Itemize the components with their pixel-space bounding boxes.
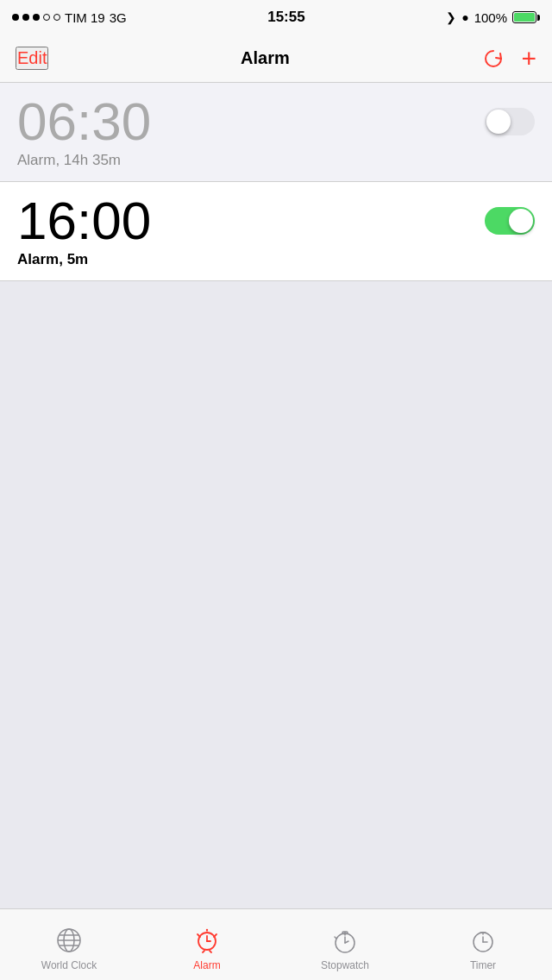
alarm-toggle-2[interactable]: [485, 207, 535, 235]
empty-content-area: [0, 281, 552, 922]
alarm-item-2[interactable]: 16:00 Alarm, 5m: [0, 182, 552, 281]
svg-line-10: [203, 951, 204, 952]
alarm-toggle-1[interactable]: [485, 108, 535, 135]
alarm-label-1: Alarm, 14h 35m: [17, 152, 535, 169]
alarm-list: 06:30 Alarm, 14h 35m 16:00 Alarm, 5m: [0, 83, 552, 281]
tab-alarm-label: Alarm: [193, 959, 220, 971]
signal-dot-4: [43, 14, 50, 21]
page-title: Alarm: [241, 48, 290, 68]
toggle-knob-2: [509, 209, 533, 233]
status-right: ❯ ● 100%: [446, 10, 540, 25]
status-left: TIM 19 3G: [12, 10, 127, 25]
alarm-row-2: 16:00: [17, 194, 535, 248]
signal-dot-3: [33, 14, 40, 21]
tab-world-clock[interactable]: World Clock: [0, 918, 138, 971]
world-clock-icon: [53, 925, 85, 956]
toggle-knob-1: [486, 110, 511, 134]
alarm-item-1[interactable]: 06:30 Alarm, 14h 35m: [0, 83, 552, 182]
tab-alarm[interactable]: Alarm: [138, 918, 276, 971]
refresh-button[interactable]: [481, 47, 505, 71]
svg-line-18: [335, 937, 336, 939]
alarm-label-2: Alarm, 5m: [17, 251, 535, 268]
alarm-status-icon: ●: [461, 10, 468, 24]
tab-world-clock-label: World Clock: [41, 959, 97, 971]
svg-line-9: [214, 934, 216, 937]
alarm-row-1: 06:30: [17, 95, 535, 148]
signal-dot-1: [12, 14, 19, 21]
stopwatch-icon: [329, 925, 361, 956]
svg-line-8: [198, 934, 200, 937]
timer-icon: [467, 925, 499, 956]
tab-stopwatch[interactable]: Stopwatch: [276, 918, 414, 971]
network-text: 3G: [110, 10, 127, 25]
alarm-tab-icon: [191, 925, 223, 956]
status-bar: TIM 19 3G 15:55 ❯ ● 100%: [0, 0, 552, 35]
tab-stopwatch-label: Stopwatch: [321, 959, 369, 971]
svg-line-11: [210, 951, 211, 952]
battery-percent: 100%: [474, 10, 507, 25]
signal-dots: [12, 14, 60, 21]
svg-point-12: [206, 929, 208, 931]
navigation-bar: Edit Alarm +: [0, 35, 552, 83]
signal-dot-5: [53, 14, 60, 21]
alarm-time-1: 06:30: [17, 95, 151, 148]
carrier-text: TIM 19: [65, 10, 105, 25]
status-time: 15:55: [267, 9, 304, 26]
edit-button[interactable]: Edit: [16, 47, 48, 70]
nav-actions: +: [481, 46, 536, 72]
signal-dot-2: [22, 14, 29, 21]
add-alarm-button[interactable]: +: [521, 46, 536, 72]
location-icon: ❯: [446, 10, 456, 24]
tab-timer[interactable]: Timer: [414, 918, 552, 971]
battery-icon: [512, 11, 540, 23]
tab-bar: World Clock Alarm: [0, 908, 552, 980]
tab-timer-label: Timer: [470, 959, 496, 971]
alarm-time-2: 16:00: [17, 194, 151, 248]
